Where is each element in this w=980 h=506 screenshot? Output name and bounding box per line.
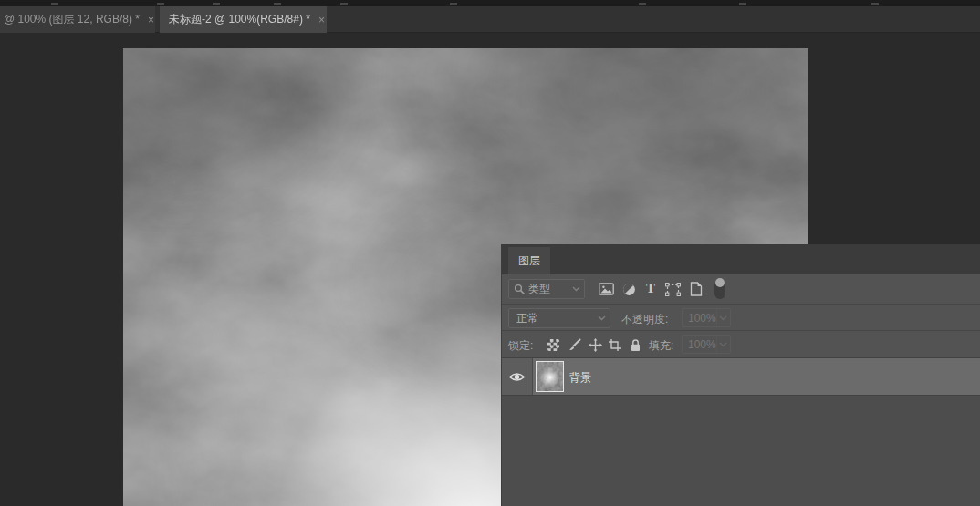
layer-filter-toggle[interactable] [714, 278, 725, 300]
menu-remnant-mark [274, 3, 281, 5]
document-tab-label: @ 100% (图层 12, RGB/8) * [4, 12, 140, 27]
chevron-down-icon [572, 286, 580, 292]
lock-image-pixels-button[interactable] [565, 336, 583, 354]
layers-panel-title: 图层 [518, 253, 540, 269]
artboard-icon [608, 338, 622, 352]
pixel-layer-filter-icon[interactable] [597, 280, 615, 298]
toggle-knob [715, 278, 725, 287]
menu-remnant-mark [157, 3, 164, 5]
menu-remnant-mark [213, 3, 220, 5]
fill-value: 100% [683, 338, 716, 351]
type-layer-filter-icon[interactable]: T [641, 279, 660, 297]
fill-dropdown-button[interactable] [716, 336, 730, 353]
brush-icon [568, 338, 581, 352]
smart-object-filter-icon[interactable] [686, 280, 704, 298]
layer-thumbnail[interactable] [536, 361, 564, 392]
image-icon [599, 283, 614, 295]
lock-artboard-nesting-button[interactable] [606, 336, 624, 354]
chevron-down-icon [598, 315, 606, 321]
menu-remnant-mark [450, 3, 457, 5]
eye-icon [508, 371, 526, 383]
blend-mode-row: 正常 不透明度: 100% [502, 305, 980, 331]
filter-type-label: 类型 [528, 282, 550, 297]
blend-mode-value: 正常 [509, 311, 538, 326]
adjustment-icon [622, 283, 636, 296]
blend-mode-dropdown[interactable]: 正常 [508, 308, 610, 328]
tab-layers[interactable]: 图层 [508, 247, 550, 274]
search-icon [514, 284, 526, 295]
menu-bar-remnant [0, 0, 980, 6]
layers-panel: 图层 类型 T [501, 244, 980, 506]
document-tab-active[interactable]: 未标题-2 @ 100%(RGB/8#) * × [160, 6, 327, 33]
lock-row: 锁定: [502, 331, 980, 358]
close-tab-icon[interactable]: × [318, 15, 325, 26]
lock-position-button[interactable] [586, 336, 604, 354]
document-tab-label: 未标题-2 @ 100%(RGB/8#) * [169, 12, 310, 27]
layer-list-empty-area[interactable] [502, 396, 980, 506]
menu-remnant-mark [639, 3, 646, 5]
opacity-field[interactable]: 100% [682, 308, 731, 327]
menu-remnant-mark [340, 3, 348, 5]
page-icon [689, 282, 703, 296]
layer-name: 背景 [569, 370, 591, 386]
chevron-down-icon [719, 342, 727, 347]
checkerboard-icon [547, 339, 559, 351]
move-icon [589, 338, 602, 352]
type-icon: T [646, 281, 655, 296]
layers-panel-header: 图层 [502, 245, 980, 274]
lock-label: 锁定: [508, 338, 533, 354]
padlock-icon [630, 338, 641, 352]
layer-filter-row: 类型 T [502, 274, 980, 305]
menu-remnant-mark [51, 3, 58, 5]
layer-visibility-toggle[interactable] [502, 358, 533, 395]
document-tab-inactive[interactable]: @ 100% (图层 12, RGB/8) * × [0, 6, 155, 33]
layer-row-background[interactable]: 背景 [502, 358, 980, 396]
bounding-box-icon [665, 283, 681, 296]
menu-remnant-mark [739, 3, 746, 5]
opacity-label: 不透明度: [621, 312, 668, 327]
thumbnail-glow [537, 362, 563, 391]
menu-remnant-mark [871, 3, 879, 5]
opacity-value: 100% [683, 312, 716, 325]
adjustment-layer-filter-icon[interactable] [620, 280, 638, 298]
lock-transparent-pixels-button[interactable] [544, 336, 562, 354]
layer-filter-type-dropdown[interactable]: 类型 [508, 279, 585, 299]
fill-field[interactable]: 100% [682, 335, 731, 354]
lock-all-button[interactable] [626, 336, 644, 354]
close-tab-icon[interactable]: × [148, 15, 154, 26]
opacity-dropdown-button[interactable] [716, 309, 730, 326]
shape-layer-filter-icon[interactable] [663, 280, 682, 298]
fill-label: 填充: [649, 338, 673, 354]
chevron-down-icon [719, 315, 727, 321]
document-tab-bar: @ 100% (图层 12, RGB/8) * × 未标题-2 @ 100%(R… [0, 6, 980, 33]
